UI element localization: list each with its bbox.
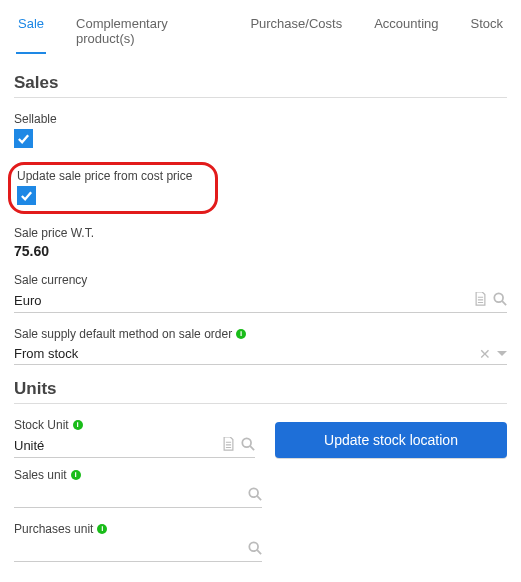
svg-point-2 bbox=[242, 438, 251, 447]
search-icon[interactable] bbox=[248, 487, 262, 504]
sellable-label: Sellable bbox=[14, 112, 507, 126]
sales-unit-label: Sales unit bbox=[14, 468, 67, 482]
sale-currency-value: Euro bbox=[14, 293, 474, 308]
sale-price-wt-value: 75.60 bbox=[14, 243, 507, 259]
field-supply-method: Sale supply default method on sale order… bbox=[14, 327, 507, 365]
document-icon[interactable] bbox=[222, 437, 235, 454]
svg-line-3 bbox=[250, 446, 254, 450]
product-tabs: Sale Complementary product(s) Purchase/C… bbox=[0, 0, 521, 55]
update-stock-location-button[interactable]: Update stock location bbox=[275, 422, 507, 458]
sales-unit-input[interactable] bbox=[14, 485, 262, 508]
document-icon[interactable] bbox=[474, 292, 487, 309]
purchases-unit-label: Purchases unit bbox=[14, 522, 93, 536]
section-units-heading: Units bbox=[14, 379, 507, 404]
stock-unit-label: Stock Unit bbox=[14, 418, 69, 432]
sale-currency-label: Sale currency bbox=[14, 273, 507, 287]
field-sale-currency: Sale currency Euro bbox=[14, 273, 507, 313]
stock-unit-input[interactable]: Unité bbox=[14, 435, 255, 458]
section-sales-heading: Sales bbox=[14, 73, 507, 98]
info-icon[interactable]: i bbox=[71, 470, 81, 480]
sale-price-wt-label: Sale price W.T. bbox=[14, 226, 507, 240]
supply-method-select[interactable]: From stock ✕ bbox=[14, 344, 507, 365]
field-sales-unit: Sales unit i bbox=[14, 468, 262, 508]
supply-method-label: Sale supply default method on sale order bbox=[14, 327, 232, 341]
info-icon[interactable]: i bbox=[236, 329, 246, 339]
sale-currency-input[interactable]: Euro bbox=[14, 290, 507, 313]
tab-stock[interactable]: Stock bbox=[468, 10, 505, 54]
search-icon[interactable] bbox=[493, 292, 507, 309]
svg-point-4 bbox=[249, 488, 258, 497]
tab-accounting[interactable]: Accounting bbox=[372, 10, 440, 54]
tab-purchase-costs[interactable]: Purchase/Costs bbox=[248, 10, 344, 54]
info-icon[interactable]: i bbox=[73, 420, 83, 430]
svg-point-6 bbox=[249, 542, 258, 551]
search-icon[interactable] bbox=[248, 541, 262, 558]
stock-unit-value: Unité bbox=[14, 438, 222, 453]
sellable-checkbox[interactable] bbox=[14, 129, 33, 148]
chevron-down-icon[interactable] bbox=[497, 346, 507, 361]
field-update-from-cost: Update sale price from cost price bbox=[17, 169, 207, 205]
tab-sale[interactable]: Sale bbox=[16, 10, 46, 54]
highlight-update-from-cost: Update sale price from cost price bbox=[8, 162, 218, 214]
clear-icon[interactable]: ✕ bbox=[479, 347, 491, 361]
field-purchases-unit: Purchases unit i bbox=[14, 522, 262, 562]
svg-line-5 bbox=[257, 496, 261, 500]
svg-point-0 bbox=[494, 293, 503, 302]
field-sellable: Sellable bbox=[14, 112, 507, 148]
field-sale-price-wt: Sale price W.T. 75.60 bbox=[14, 226, 507, 259]
purchases-unit-input[interactable] bbox=[14, 539, 262, 562]
svg-line-1 bbox=[502, 301, 506, 305]
svg-line-7 bbox=[257, 550, 261, 554]
info-icon[interactable]: i bbox=[97, 524, 107, 534]
field-stock-unit: Stock Unit i Unité bbox=[14, 418, 255, 458]
update-from-cost-checkbox[interactable] bbox=[17, 186, 36, 205]
supply-method-value: From stock bbox=[14, 346, 479, 361]
tab-complementary[interactable]: Complementary product(s) bbox=[74, 10, 220, 54]
update-from-cost-label: Update sale price from cost price bbox=[17, 169, 207, 183]
search-icon[interactable] bbox=[241, 437, 255, 454]
